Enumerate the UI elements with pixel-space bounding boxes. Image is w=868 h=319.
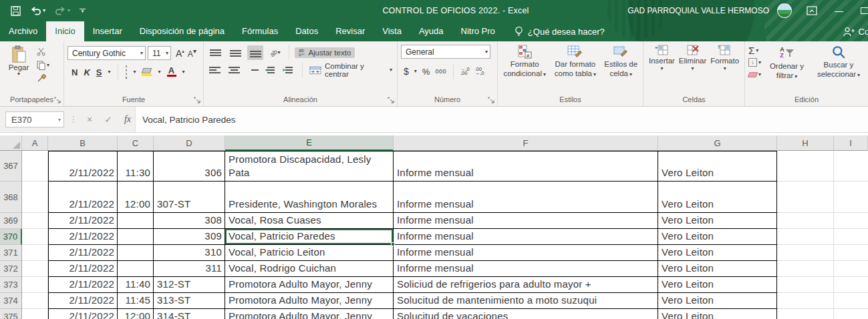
cell-A371[interactable] <box>22 245 48 261</box>
share-button[interactable]: Co <box>843 21 868 41</box>
cell-G375[interactable]: Vero Leiton <box>658 309 777 319</box>
cell-C370[interactable] <box>118 229 154 245</box>
ribbon-display-options-button[interactable] <box>807 6 817 15</box>
cell-A372[interactable] <box>22 261 48 277</box>
autosum-button[interactable]: Σ▾ <box>748 45 761 55</box>
col-header-F[interactable]: F <box>394 135 658 151</box>
cell-A373[interactable] <box>22 277 48 293</box>
align-left-button[interactable] <box>207 63 223 77</box>
cell-B373[interactable]: 2/11/2022 <box>48 277 118 293</box>
cell-I375[interactable] <box>834 309 868 319</box>
cell-I370[interactable] <box>834 229 868 245</box>
tab-revisar[interactable]: Revisar <box>327 21 374 41</box>
cell-D367[interactable]: 306 <box>154 151 225 182</box>
insert-function-button[interactable]: fx <box>124 114 131 125</box>
account-avatar[interactable] <box>777 3 792 18</box>
fill-color-button[interactable] <box>142 68 152 76</box>
delete-cells-button[interactable]: Eliminar ▾ <box>679 44 707 71</box>
decrease-font-button[interactable]: A▾ <box>188 47 196 59</box>
select-all-corner[interactable] <box>0 135 22 151</box>
redo-button[interactable]: ▾ <box>55 6 70 15</box>
number-dialog-launcher[interactable] <box>488 97 495 104</box>
alignment-dialog-launcher[interactable] <box>388 97 395 104</box>
col-header-C[interactable]: C <box>118 135 154 151</box>
row-header-373[interactable]: 373 <box>0 277 22 293</box>
bold-button[interactable]: N <box>71 67 78 77</box>
align-top-button[interactable] <box>207 45 223 60</box>
cell-H371[interactable] <box>777 245 834 261</box>
undo-button[interactable]: ▾ <box>30 6 45 15</box>
tab-inicio[interactable]: Inicio <box>46 21 84 41</box>
minimize-button[interactable]: — <box>835 6 843 16</box>
borders-button[interactable] <box>126 66 127 78</box>
cell-A368[interactable] <box>22 182 48 213</box>
cell-G374[interactable]: Vero Leiton <box>658 293 777 309</box>
row-header-370-selected[interactable]: 370 <box>0 229 22 245</box>
copy-button[interactable]: ▾ <box>37 60 49 70</box>
cell-B371[interactable]: 2/11/2022 <box>48 245 118 261</box>
cell-E370-selected[interactable]: Vocal, Patricio Paredes <box>225 229 394 245</box>
format-painter-button[interactable] <box>37 73 49 83</box>
font-size-select[interactable]: 11 ▾ <box>148 46 171 60</box>
row-header-367[interactable]: 367 <box>0 151 22 182</box>
cell-B374[interactable]: 2/11/2022 <box>48 293 118 309</box>
cell-C371[interactable] <box>118 245 154 261</box>
cut-button[interactable] <box>37 47 49 57</box>
cell-F373[interactable]: Soliciud de refrigerios para adulto mayo… <box>394 277 658 293</box>
cell-C369[interactable] <box>118 213 154 229</box>
cell-F372[interactable]: Informe mensual <box>394 261 658 277</box>
tab-formulas[interactable]: Fórmulas <box>233 21 287 41</box>
cell-F367[interactable]: Informe mensual <box>394 151 658 182</box>
cell-F371[interactable]: Informe mensual <box>394 245 658 261</box>
cell-E375[interactable]: Promotora Adulto Mayor, Jenny <box>225 309 394 319</box>
row-header-369[interactable]: 369 <box>0 213 22 229</box>
increase-decimal-button[interactable]: ←.0,00 <box>460 67 470 76</box>
font-color-caret[interactable]: ▾ <box>182 69 185 75</box>
save-button[interactable] <box>11 6 21 16</box>
col-header-I[interactable]: I <box>834 135 868 151</box>
row-header-371[interactable]: 371 <box>0 245 22 261</box>
account-name[interactable]: GAD PARROQUIAL VALLE HERMOSO <box>627 6 769 15</box>
cell-F370[interactable]: Informe mensual <box>394 229 658 245</box>
cell-H367[interactable] <box>777 151 834 182</box>
clipboard-dialog-launcher[interactable] <box>54 97 61 104</box>
cell-H368[interactable] <box>777 182 834 213</box>
increase-indent-button[interactable]: ▸ <box>283 65 297 75</box>
cell-H370[interactable] <box>777 229 834 245</box>
cell-I371[interactable] <box>834 245 868 261</box>
conditional-formatting-button[interactable]: ≠ Formato condicional▾ <box>501 44 548 79</box>
col-header-G[interactable]: G <box>658 135 777 151</box>
cell-G373[interactable]: Vero Leiton <box>658 277 777 293</box>
cell-E369[interactable]: Vocal, Rosa Cuases <box>225 213 394 229</box>
name-box[interactable]: E370 ▾ <box>5 111 64 127</box>
restore-button[interactable] <box>861 7 868 14</box>
orientation-button[interactable]: ab▾ <box>267 45 283 60</box>
fill-button[interactable]: ↓▾ <box>748 57 761 67</box>
cell-D370[interactable]: 309 <box>154 229 225 245</box>
cell-A367[interactable] <box>22 151 48 182</box>
cell-H375[interactable] <box>777 309 834 319</box>
format-as-table-button[interactable]: Dar formato como tabla▾ <box>548 44 602 79</box>
increase-font-button[interactable]: A▴ <box>176 48 184 59</box>
align-bottom-button[interactable] <box>247 45 263 60</box>
tab-disposicion[interactable]: Disposición de página <box>131 21 233 41</box>
align-center-button[interactable] <box>227 63 242 77</box>
cell-C375[interactable]: 12:00 <box>118 309 154 319</box>
customize-qat-button[interactable]: ▾ <box>80 9 86 13</box>
cell-H372[interactable] <box>777 261 834 277</box>
percent-button[interactable]: % <box>422 67 430 77</box>
cell-D368[interactable]: 307-ST <box>154 182 225 213</box>
cell-D371[interactable]: 310 <box>154 245 225 261</box>
cell-H373[interactable] <box>777 277 834 293</box>
cell-D374[interactable]: 313-ST <box>154 293 225 309</box>
row-header-374[interactable]: 374 <box>0 293 22 309</box>
clear-button[interactable]: ▾ <box>748 69 761 79</box>
row-header-368[interactable]: 368 <box>0 182 22 213</box>
cell-C368[interactable]: 12:00 <box>118 182 154 213</box>
col-header-A[interactable]: A <box>22 135 48 151</box>
row-header-372[interactable]: 372 <box>0 261 22 277</box>
merge-center-button[interactable]: Combinar y centrar ▾ <box>308 61 394 79</box>
cell-G368[interactable]: Vero Leiton <box>658 182 777 213</box>
cell-B372[interactable]: 2/11/2022 <box>48 261 118 277</box>
col-header-H[interactable]: H <box>777 135 834 151</box>
